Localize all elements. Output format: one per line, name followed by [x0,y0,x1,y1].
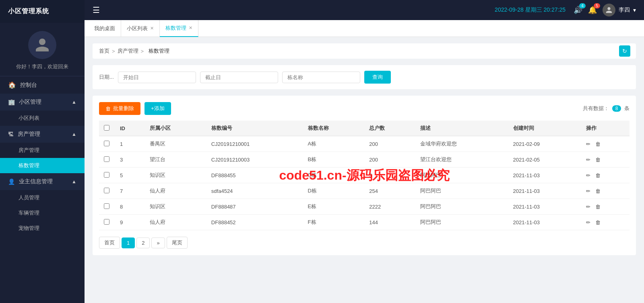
delete-button[interactable]: 🗑 [595,157,601,163]
th-checkbox [99,121,115,136]
user-menu-button[interactable]: 李四 ▾ [603,4,636,16]
tab-community-list[interactable]: 小区列表 ✕ [121,20,160,37]
row-checkbox[interactable] [104,172,109,178]
tab-desktop[interactable]: 我的桌面 [89,20,121,37]
row-checkbox[interactable] [104,156,109,162]
chevron-up-icon: ▲ [72,179,76,184]
page-first-button[interactable]: 首页 [99,237,120,249]
table-row: 1 番禺区 CJ20191210001 A栋 200 金域华府欢迎您 2021-… [99,136,630,152]
delete-button[interactable]: 🗑 [595,219,601,225]
cell-code: sdfa4524 [206,183,303,199]
breadcrumb-property[interactable]: 房产管理 [118,47,138,55]
cell-total: 144 [364,215,415,230]
sidebar-menu: 🏠 控制台 🏢 小区管理 ▲ 小区列表 🏗 房产管理 ▲ 房产管理 栋数管理 👤… [0,76,85,303]
edit-button[interactable]: ✏ [586,219,590,225]
trash-icon: 🗑 [105,106,111,112]
page-last-button[interactable]: 尾页 [167,237,188,249]
owner-icon: 👤 [8,178,15,185]
end-date-input[interactable] [200,72,278,83]
page-2-button[interactable]: 2 [136,237,150,248]
cell-desc: 金域华府欢迎您 [415,136,508,152]
delete-button[interactable]: 🗑 [595,172,601,178]
cell-id: 5 [115,168,145,183]
building-name-input[interactable] [282,72,360,83]
sidebar-section-community[interactable]: 🏢 小区管理 ▲ [0,94,85,111]
table-row: 5 知识区 DF888455 C栋 3 阿巴阿巴 2021-11-03 ✏ 🗑 [99,168,630,183]
section-label: 小区管理 [19,98,41,106]
sub-item-label: 栋数管理 [19,162,39,169]
sub-item-label: 宠物管理 [19,225,39,232]
avatar [28,31,56,59]
tab-bar: 我的桌面 小区列表 ✕ 栋数管理 ✕ [85,20,644,37]
cell-created: 2021-11-03 [508,183,582,199]
cell-created: 2021-11-03 [508,215,582,230]
topbar: ☰ 2022-09-28 星期三 20:27:25 🔊 4 🔔 5 李四 ▾ [85,0,644,20]
cell-created: 2021-11-03 [508,199,582,215]
page-next-button[interactable]: » [151,237,165,248]
cell-name: A栋 [303,136,365,152]
cell-desc: 望江台欢迎您 [415,152,508,168]
sidebar-item-people[interactable]: 人员管理 [0,190,85,205]
edit-button[interactable]: ✏ [586,204,590,210]
tab-building-manage[interactable]: 栋数管理 ✕ [160,20,198,37]
sidebar-item-dashboard[interactable]: 🏠 控制台 [0,76,85,94]
row-checkbox-cell [99,215,115,230]
user-avatar [603,4,615,16]
query-button[interactable]: 查询 [364,71,391,84]
sidebar-item-property-manage[interactable]: 房产管理 [0,143,85,158]
table-row: 7 仙人府 sdfa4524 D栋 254 阿巴阿巴 2021-11-03 ✏ … [99,183,630,199]
cell-action: ✏ 🗑 [581,199,630,215]
row-checkbox[interactable] [104,141,109,146]
tab-close-icon[interactable]: ✕ [150,26,154,31]
row-checkbox[interactable] [104,203,109,209]
sidebar-section-property[interactable]: 🏗 房产管理 ▲ [0,126,85,143]
cell-name: E栋 [303,199,365,215]
select-all-checkbox[interactable] [104,125,109,131]
bell-button[interactable]: 🔔 5 [588,6,597,14]
refresh-button[interactable]: ↻ [619,45,630,57]
th-community: 所属小区 [145,121,206,136]
tab-close-icon[interactable]: ✕ [189,25,192,31]
sidebar-item-community-list[interactable]: 小区列表 [0,111,85,126]
start-date-input[interactable] [118,72,196,83]
delete-button[interactable]: 🗑 [595,188,601,194]
breadcrumb-separator: > [141,48,144,54]
datetime-display: 2022-09-28 星期三 20:27:25 [495,6,566,14]
batch-delete-button[interactable]: 🗑 批量删除 [99,102,140,115]
table-actions: 🗑 批量删除 +添加 共有数据： 8 条 [99,102,630,115]
delete-button[interactable]: 🗑 [595,141,601,147]
cell-total: 200 [364,152,415,168]
cell-total: 2222 [364,199,415,215]
th-code: 栋数编号 [206,121,303,136]
add-button[interactable]: +添加 [144,102,171,115]
pagination: 首页 1 2 » 尾页 [99,237,630,249]
row-checkbox[interactable] [104,219,109,225]
sidebar-item-building-manage[interactable]: 栋数管理 [0,158,85,173]
cell-code: DF888452 [206,215,303,230]
edit-button[interactable]: ✏ [586,172,590,178]
th-id: ID [115,121,145,136]
total-suffix: 条 [624,105,630,111]
cell-community: 番禺区 [145,136,206,152]
cell-code: DF888487 [206,199,303,215]
total-number: 8 [612,105,621,112]
sidebar-item-vehicle[interactable]: 车辆管理 [0,205,85,221]
menu-toggle-button[interactable]: ☰ [93,5,100,15]
th-created: 创建时间 [508,121,582,136]
edit-button[interactable]: ✏ [586,188,590,194]
row-checkbox[interactable] [104,188,109,193]
sidebar-section-owner[interactable]: 👤 业主信息管理 ▲ [0,173,85,190]
cell-name: F栋 [303,215,365,230]
edit-button[interactable]: ✏ [586,141,590,147]
tab-label: 小区列表 [127,25,148,32]
dashboard-icon: 🏠 [8,81,16,89]
sidebar-item-pet[interactable]: 宠物管理 [0,221,85,236]
sound-button[interactable]: 🔊 4 [574,6,582,14]
delete-button[interactable]: 🗑 [595,204,601,210]
date-label: 日期... [99,74,114,81]
property-icon: 🏗 [8,131,14,137]
edit-button[interactable]: ✏ [586,157,590,163]
page-1-button[interactable]: 1 [122,237,135,248]
breadcrumb-home[interactable]: 首页 [99,47,109,55]
cell-code: CJ20191210003 [206,152,303,168]
